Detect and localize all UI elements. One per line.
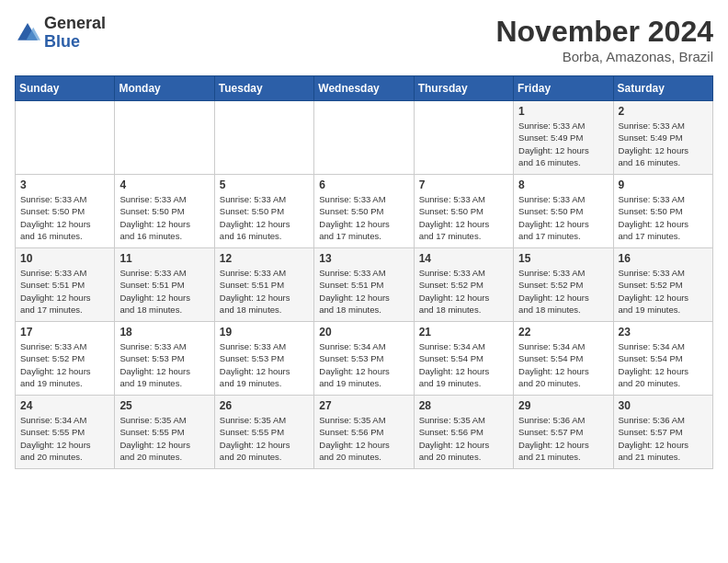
day-of-week-header: Sunday [16, 76, 115, 101]
calendar-cell: 5Sunrise: 5:33 AM Sunset: 5:50 PM Daylig… [214, 175, 313, 248]
day-of-week-header: Saturday [613, 76, 712, 101]
day-number: 18 [119, 326, 209, 339]
day-number: 2 [619, 105, 708, 118]
logo-general: General [44, 15, 106, 33]
day-number: 1 [518, 105, 608, 118]
calendar-cell: 13Sunrise: 5:33 AM Sunset: 5:51 PM Dayli… [314, 248, 414, 322]
day-number: 10 [20, 252, 109, 265]
calendar-week-row: 1Sunrise: 5:33 AM Sunset: 5:49 PM Daylig… [16, 101, 713, 175]
day-info: Sunrise: 5:33 AM Sunset: 5:51 PM Dayligh… [220, 267, 309, 316]
day-of-week-header: Tuesday [214, 76, 313, 101]
day-number: 4 [119, 178, 209, 191]
calendar-cell: 6Sunrise: 5:33 AM Sunset: 5:50 PM Daylig… [314, 175, 414, 248]
day-info: Sunrise: 5:33 AM Sunset: 5:49 PM Dayligh… [619, 120, 708, 168]
calendar-cell [16, 101, 115, 175]
logo-icon [15, 20, 40, 46]
calendar-cell: 19Sunrise: 5:33 AM Sunset: 5:53 PM Dayli… [214, 322, 313, 396]
calendar-header-row: SundayMondayTuesdayWednesdayThursdayFrid… [16, 76, 713, 101]
day-info: Sunrise: 5:34 AM Sunset: 5:54 PM Dayligh… [518, 340, 608, 389]
day-number: 26 [220, 399, 309, 412]
calendar-cell: 8Sunrise: 5:33 AM Sunset: 5:50 PM Daylig… [514, 175, 613, 248]
calendar-cell: 14Sunrise: 5:33 AM Sunset: 5:52 PM Dayli… [414, 248, 513, 322]
calendar-cell: 15Sunrise: 5:33 AM Sunset: 5:52 PM Dayli… [514, 248, 613, 322]
day-info: Sunrise: 5:36 AM Sunset: 5:57 PM Dayligh… [518, 414, 608, 463]
day-info: Sunrise: 5:33 AM Sunset: 5:52 PM Dayligh… [20, 340, 109, 389]
calendar-cell: 4Sunrise: 5:33 AM Sunset: 5:50 PM Daylig… [115, 175, 214, 248]
day-info: Sunrise: 5:33 AM Sunset: 5:49 PM Dayligh… [518, 120, 608, 168]
day-info: Sunrise: 5:33 AM Sunset: 5:50 PM Dayligh… [20, 193, 109, 242]
calendar-cell [414, 101, 513, 175]
calendar-cell: 12Sunrise: 5:33 AM Sunset: 5:51 PM Dayli… [214, 248, 313, 322]
day-info: Sunrise: 5:33 AM Sunset: 5:52 PM Dayligh… [619, 267, 708, 316]
day-number: 12 [220, 252, 309, 265]
day-number: 9 [619, 178, 708, 191]
day-info: Sunrise: 5:33 AM Sunset: 5:50 PM Dayligh… [419, 193, 508, 242]
day-info: Sunrise: 5:36 AM Sunset: 5:57 PM Dayligh… [619, 414, 708, 463]
calendar-cell: 22Sunrise: 5:34 AM Sunset: 5:54 PM Dayli… [514, 322, 613, 396]
day-info: Sunrise: 5:34 AM Sunset: 5:55 PM Dayligh… [20, 414, 109, 463]
calendar-cell: 17Sunrise: 5:33 AM Sunset: 5:52 PM Dayli… [16, 322, 115, 396]
calendar-cell [314, 101, 414, 175]
day-info: Sunrise: 5:33 AM Sunset: 5:50 PM Dayligh… [319, 193, 408, 242]
day-info: Sunrise: 5:33 AM Sunset: 5:50 PM Dayligh… [518, 193, 608, 242]
day-number: 11 [119, 252, 209, 265]
day-info: Sunrise: 5:35 AM Sunset: 5:56 PM Dayligh… [319, 414, 408, 463]
day-info: Sunrise: 5:33 AM Sunset: 5:52 PM Dayligh… [419, 267, 508, 316]
logo: General Blue [15, 15, 106, 52]
calendar-cell: 10Sunrise: 5:33 AM Sunset: 5:51 PM Dayli… [16, 248, 115, 322]
title-block: November 2024 Borba, Amazonas, Brazil [495, 15, 713, 64]
day-number: 17 [20, 326, 109, 339]
day-info: Sunrise: 5:33 AM Sunset: 5:50 PM Dayligh… [619, 193, 708, 242]
logo-text: General Blue [44, 15, 106, 52]
calendar-cell: 11Sunrise: 5:33 AM Sunset: 5:51 PM Dayli… [115, 248, 214, 322]
day-info: Sunrise: 5:33 AM Sunset: 5:53 PM Dayligh… [119, 340, 209, 389]
day-number: 6 [319, 178, 408, 191]
calendar-cell: 7Sunrise: 5:33 AM Sunset: 5:50 PM Daylig… [414, 175, 513, 248]
calendar-week-row: 10Sunrise: 5:33 AM Sunset: 5:51 PM Dayli… [16, 248, 713, 322]
calendar-cell [115, 101, 214, 175]
day-number: 3 [20, 178, 109, 191]
calendar-cell: 29Sunrise: 5:36 AM Sunset: 5:57 PM Dayli… [514, 396, 613, 469]
day-number: 24 [20, 399, 109, 412]
calendar-cell: 25Sunrise: 5:35 AM Sunset: 5:55 PM Dayli… [115, 396, 214, 469]
page-header: General Blue November 2024 Borba, Amazon… [15, 15, 713, 64]
logo-blue: Blue [44, 33, 106, 52]
day-number: 28 [419, 399, 508, 412]
day-info: Sunrise: 5:33 AM Sunset: 5:50 PM Dayligh… [220, 193, 309, 242]
calendar-cell: 30Sunrise: 5:36 AM Sunset: 5:57 PM Dayli… [613, 396, 712, 469]
day-info: Sunrise: 5:34 AM Sunset: 5:53 PM Dayligh… [319, 340, 408, 389]
day-info: Sunrise: 5:33 AM Sunset: 5:52 PM Dayligh… [518, 267, 608, 316]
calendar-table: SundayMondayTuesdayWednesdayThursdayFrid… [15, 75, 713, 469]
day-info: Sunrise: 5:35 AM Sunset: 5:55 PM Dayligh… [119, 414, 209, 463]
day-of-week-header: Friday [514, 76, 613, 101]
day-info: Sunrise: 5:33 AM Sunset: 5:51 PM Dayligh… [20, 267, 109, 316]
calendar-cell: 24Sunrise: 5:34 AM Sunset: 5:55 PM Dayli… [16, 396, 115, 469]
day-number: 29 [518, 399, 608, 412]
day-number: 13 [319, 252, 408, 265]
calendar-cell [214, 101, 313, 175]
day-number: 23 [619, 326, 708, 339]
day-info: Sunrise: 5:33 AM Sunset: 5:50 PM Dayligh… [119, 193, 209, 242]
day-number: 25 [119, 399, 209, 412]
calendar-cell: 20Sunrise: 5:34 AM Sunset: 5:53 PM Dayli… [314, 322, 414, 396]
location-subtitle: Borba, Amazonas, Brazil [495, 49, 713, 64]
day-info: Sunrise: 5:35 AM Sunset: 5:55 PM Dayligh… [220, 414, 309, 463]
day-number: 5 [220, 178, 309, 191]
day-info: Sunrise: 5:33 AM Sunset: 5:51 PM Dayligh… [319, 267, 408, 316]
day-number: 22 [518, 326, 608, 339]
day-info: Sunrise: 5:34 AM Sunset: 5:54 PM Dayligh… [419, 340, 508, 389]
month-title: November 2024 [495, 15, 713, 49]
day-number: 8 [518, 178, 608, 191]
calendar-cell: 1Sunrise: 5:33 AM Sunset: 5:49 PM Daylig… [514, 101, 613, 175]
day-info: Sunrise: 5:35 AM Sunset: 5:56 PM Dayligh… [419, 414, 508, 463]
calendar-cell: 18Sunrise: 5:33 AM Sunset: 5:53 PM Dayli… [115, 322, 214, 396]
day-of-week-header: Wednesday [314, 76, 414, 101]
day-number: 19 [220, 326, 309, 339]
calendar-cell: 9Sunrise: 5:33 AM Sunset: 5:50 PM Daylig… [613, 175, 712, 248]
calendar-week-row: 3Sunrise: 5:33 AM Sunset: 5:50 PM Daylig… [16, 175, 713, 248]
calendar-cell: 23Sunrise: 5:34 AM Sunset: 5:54 PM Dayli… [613, 322, 712, 396]
day-number: 14 [419, 252, 508, 265]
calendar-week-row: 24Sunrise: 5:34 AM Sunset: 5:55 PM Dayli… [16, 396, 713, 469]
day-info: Sunrise: 5:33 AM Sunset: 5:51 PM Dayligh… [119, 267, 209, 316]
day-number: 7 [419, 178, 508, 191]
